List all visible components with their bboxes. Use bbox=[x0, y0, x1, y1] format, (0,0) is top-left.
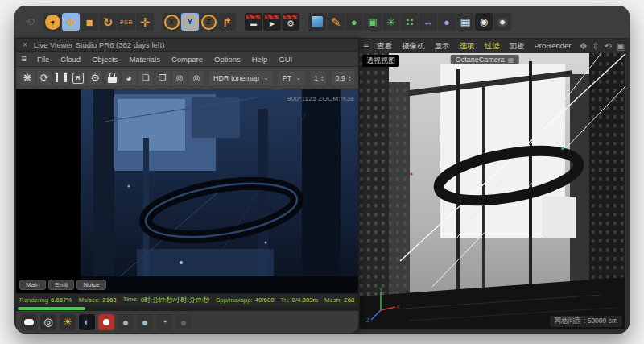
menu-item[interactable]: 过滤 bbox=[480, 41, 505, 52]
viewport-pan-icon[interactable]: ✥ bbox=[580, 42, 587, 51]
menu-item[interactable]: 显示 bbox=[430, 41, 455, 52]
coord-system-icon[interactable]: ↱ bbox=[218, 13, 236, 31]
floor-object-icon[interactable]: ▦ bbox=[456, 13, 474, 31]
move-tool-icon[interactable]: ✥ bbox=[62, 13, 80, 31]
sun-icon[interactable]: ☀ bbox=[60, 314, 76, 330]
pen-spline-icon[interactable]: ✎ bbox=[327, 13, 345, 31]
viewport-canvas[interactable]: 透视视图 OctaneCamera ▦ Y X Z 网格间距 : 50000 c… bbox=[360, 53, 625, 329]
viewport-view-label[interactable]: 透视视图 bbox=[362, 55, 399, 67]
subsample-stepper[interactable]: 1 ▴▾ bbox=[311, 71, 327, 85]
light-object-icon[interactable]: ● bbox=[493, 13, 511, 31]
close-icon[interactable]: × bbox=[23, 41, 27, 49]
live-viewer-titlebar[interactable]: × Live Viewer Studio PR6 (362 days left) bbox=[16, 39, 358, 52]
menu-item[interactable]: Objects bbox=[86, 55, 123, 64]
hamburger-icon[interactable]: ≡ bbox=[363, 41, 369, 51]
menu-item[interactable]: Help bbox=[246, 55, 274, 64]
pass-button[interactable]: Emit bbox=[48, 280, 74, 290]
x-axis-icon[interactable]: X bbox=[163, 13, 180, 31]
region-render-icon[interactable]: ❏ bbox=[138, 71, 153, 85]
scale-tool-icon[interactable]: ■ bbox=[80, 13, 98, 31]
measure-tool-icon[interactable]: ↔ bbox=[419, 13, 437, 31]
make-editable-icon[interactable]: ▣ bbox=[364, 13, 382, 31]
menu-item[interactable]: 面板 bbox=[505, 41, 530, 52]
viewport-camera-label[interactable]: OctaneCamera ▦ bbox=[451, 55, 519, 64]
viewport-maximize-icon[interactable]: ▣ bbox=[617, 42, 625, 51]
axis-gizmo: Y X Z bbox=[365, 286, 402, 323]
hamburger-icon[interactable]: ≡ bbox=[21, 54, 27, 64]
viewport-dolly-icon[interactable]: ⇳ bbox=[592, 42, 599, 51]
menu-item[interactable]: Compare bbox=[166, 55, 208, 64]
cube-primitive-icon[interactable] bbox=[308, 13, 326, 31]
status-item: Ms/sec: 2163 bbox=[78, 296, 116, 304]
picture-region-icon[interactable]: ❐ bbox=[155, 71, 170, 85]
focus-pick-icon[interactable]: ◎ bbox=[172, 71, 187, 85]
live-viewer-title: Live Viewer Studio PR6 (362 days left) bbox=[34, 40, 164, 49]
subsample-value: 1 bbox=[314, 74, 318, 82]
psr-tool-icon[interactable]: PSR bbox=[118, 13, 135, 31]
sphere-plain-icon[interactable]: ● bbox=[118, 314, 134, 330]
render-view-icon[interactable]: ▬ bbox=[245, 13, 262, 31]
subdivision-surface-icon[interactable]: ● bbox=[345, 13, 363, 31]
array-cubes-icon[interactable]: ∷ bbox=[401, 13, 419, 31]
settings-gear-icon[interactable]: ⚙ bbox=[88, 71, 102, 85]
contrast-icon[interactable]: ◐ bbox=[79, 314, 95, 330]
menu-item[interactable]: 摄像机 bbox=[397, 41, 430, 52]
pass-button[interactable]: Noise bbox=[76, 280, 105, 290]
menu-item[interactable]: 选项 bbox=[455, 41, 480, 52]
svg-text:Z: Z bbox=[366, 317, 370, 323]
pass-button[interactable]: Main bbox=[19, 280, 46, 290]
gamma-stepper[interactable]: 0.9 ▴▾ bbox=[332, 71, 353, 85]
lock-resolution-icon[interactable] bbox=[105, 71, 119, 85]
material-pick-icon[interactable]: ◎ bbox=[189, 71, 204, 85]
record-camera-icon[interactable] bbox=[98, 314, 114, 330]
viewport-menu: 查看 摄像机 显示 选项 过滤 面板 ProRender bbox=[372, 41, 576, 52]
restart-render-icon[interactable]: ⟳ bbox=[37, 71, 52, 85]
menu-item[interactable]: GUI bbox=[273, 55, 298, 64]
chevron-down-icon: ⌄ bbox=[263, 74, 269, 81]
camera-object-icon[interactable]: ◉ bbox=[475, 13, 493, 31]
menu-item[interactable]: Materials bbox=[123, 55, 166, 64]
octane-logo-icon[interactable]: ❋ bbox=[20, 71, 35, 85]
live-viewer-bottom-toolbar: ◎ ☀ ◐ ● bbox=[16, 311, 358, 333]
grid-spacing-label: 网格间距 : 50000 cm bbox=[550, 316, 622, 327]
kernel-dropdown[interactable]: PT ⌄ bbox=[279, 71, 305, 85]
film-pill-icon[interactable] bbox=[21, 314, 37, 330]
sphere-checker-icon[interactable]: ◔ bbox=[156, 314, 172, 330]
tonemap-dropdown[interactable]: HDR tonemap ⌄ bbox=[209, 71, 273, 85]
render-settings-icon[interactable]: ⚙ bbox=[282, 13, 299, 31]
menu-item[interactable]: Cloud bbox=[55, 55, 86, 64]
viewport-rotate-icon[interactable]: ⟲ bbox=[604, 42, 611, 51]
sphere-shaded-icon[interactable]: ● bbox=[137, 314, 153, 330]
reset-render-icon[interactable]: R bbox=[71, 71, 85, 85]
z-axis-icon[interactable]: Z bbox=[200, 13, 217, 31]
undo-dimmed-icon[interactable]: ⟲ bbox=[21, 13, 39, 31]
stepper-arrows-icon[interactable]: ▴▾ bbox=[349, 75, 351, 81]
sphere-dim-icon[interactable]: ● bbox=[175, 314, 192, 330]
menu-item[interactable]: File bbox=[31, 55, 55, 64]
main-toolbar: ⟲ ➤ ✥ ■ ↻ PSR bbox=[14, 6, 630, 39]
generator-object-icon[interactable]: ✳ bbox=[382, 13, 400, 31]
nurbs-sphere-icon[interactable]: ● bbox=[438, 13, 456, 31]
status-item: Spp/maxspp: 40/600 bbox=[216, 296, 274, 304]
status-item: Time: 0时:分钟:秒/小时:分钟:秒 bbox=[123, 296, 210, 305]
axis-plus-icon[interactable]: ✛ bbox=[136, 13, 154, 31]
render-resolution-overlay: 900*1125 ZOOM:%38 bbox=[287, 95, 354, 102]
live-viewer-menubar: ≡ File Cloud Objects Materials Compare O… bbox=[16, 52, 358, 67]
y-axis-icon[interactable]: Y bbox=[181, 13, 199, 31]
gamma-value: 0.9 bbox=[335, 74, 345, 82]
main-toolbar-icons: ⟲ ➤ ✥ ■ ↻ PSR bbox=[21, 13, 511, 31]
render-progress-track bbox=[16, 306, 358, 311]
shade-ball-icon[interactable]: ◕ bbox=[122, 71, 136, 85]
rotate-tool-icon[interactable]: ↻ bbox=[99, 13, 117, 31]
menu-item[interactable]: Options bbox=[208, 55, 246, 64]
spiral-target-icon[interactable]: ◎ bbox=[40, 314, 56, 330]
render-picture-viewer-icon[interactable]: ▶ bbox=[263, 13, 281, 31]
kernel-value: PT bbox=[283, 74, 292, 82]
menu-item[interactable]: ProRender bbox=[530, 41, 576, 52]
render-canvas[interactable]: 900*1125 ZOOM:%38 Main Emit Noise bbox=[16, 89, 358, 293]
stepper-arrows-icon[interactable]: ▴▾ bbox=[321, 75, 324, 81]
select-tool-icon[interactable]: ➤ bbox=[43, 13, 61, 31]
pause-render-icon[interactable] bbox=[54, 71, 68, 85]
menu-item[interactable]: 查看 bbox=[372, 41, 397, 52]
viewport-nav-icons: ✥ ⇳ ⟲ ▣ bbox=[580, 42, 625, 51]
